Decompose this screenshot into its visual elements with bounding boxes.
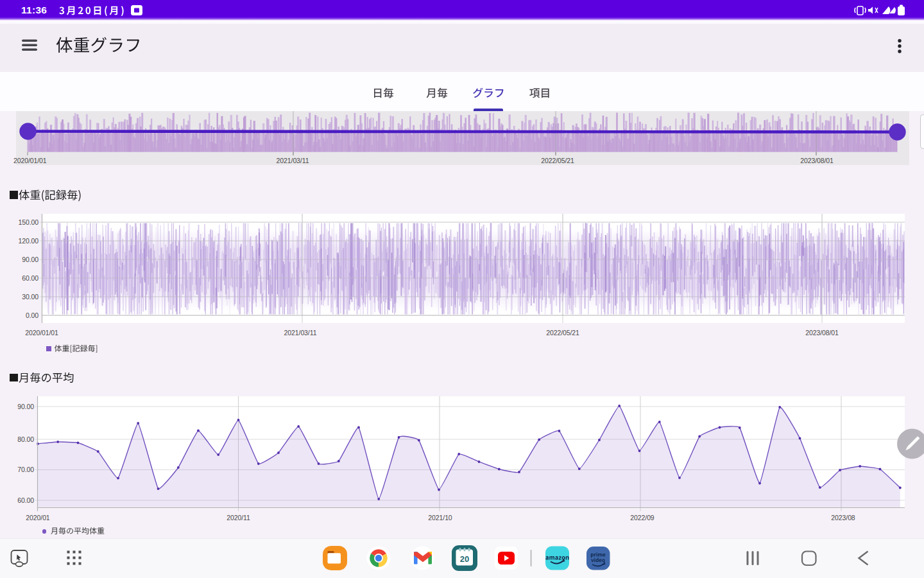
svg-text:20: 20 xyxy=(460,554,469,564)
